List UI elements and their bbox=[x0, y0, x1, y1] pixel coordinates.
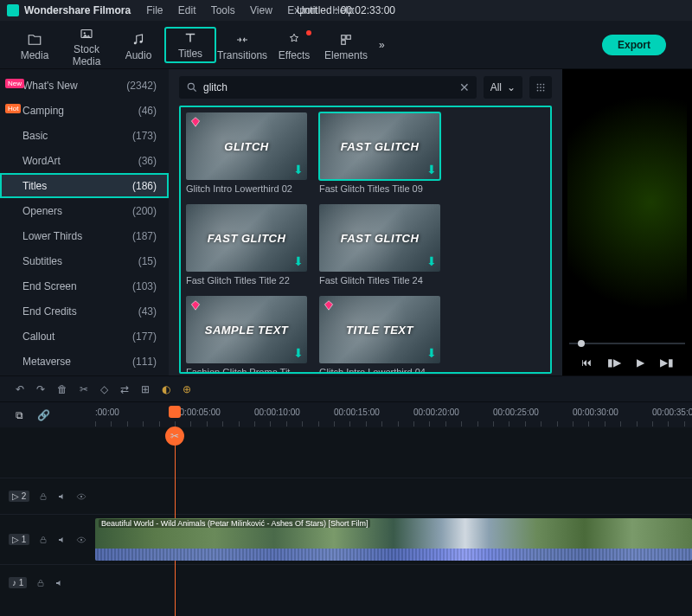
grid-view-icon[interactable] bbox=[529, 76, 552, 99]
delete-icon[interactable]: 🗑 bbox=[57, 383, 67, 395]
menu-file[interactable]: File bbox=[146, 4, 163, 16]
eye-icon[interactable] bbox=[76, 491, 86, 502]
sidebar-item-titles[interactable]: Titles(186) bbox=[0, 173, 169, 198]
title-thumbnail[interactable]: FAST GLITCH⬇ bbox=[186, 204, 307, 272]
sidebar-item-label: Camping bbox=[22, 105, 64, 117]
mute-icon[interactable] bbox=[57, 535, 67, 545]
mark-icon[interactable]: ⊕ bbox=[183, 383, 191, 395]
preview-seek-slider[interactable] bbox=[569, 339, 685, 348]
ruler-tick: 00:00:05:00 bbox=[175, 407, 221, 417]
undo-icon[interactable]: ↶ bbox=[16, 383, 24, 395]
sidebar-item-end-screen[interactable]: End Screen(103) bbox=[0, 273, 169, 298]
title-thumbnail[interactable]: SAMPLE TEXT⬇ bbox=[186, 296, 307, 363]
tab-titles-label: Titles bbox=[166, 48, 215, 60]
download-icon[interactable]: ⬇ bbox=[426, 163, 437, 176]
svg-point-11 bbox=[537, 87, 539, 88]
title-card[interactable]: FAST GLITCH⬇Fast Glitch Titles Title 09 bbox=[319, 112, 440, 194]
sidebar-item-count: (186) bbox=[132, 180, 157, 192]
speed-icon[interactable]: ⇄ bbox=[120, 383, 129, 395]
thumbnail-overlay-text: TITLE TEXT bbox=[346, 324, 413, 337]
title-thumbnail[interactable]: GLITCH⬇ bbox=[186, 112, 307, 180]
badge-hot: Hot bbox=[5, 104, 21, 113]
track-v1[interactable]: ▷ 1 Beautiful World - Wild Animals (Peta… bbox=[0, 514, 692, 564]
ruler-tick: 00:00:10:00 bbox=[254, 407, 300, 417]
play-icon[interactable]: ▶ bbox=[637, 356, 644, 369]
sidebar-item-lower-thirds[interactable]: Lower Thirds(187) bbox=[0, 223, 169, 248]
tab-effects[interactable]: Effects bbox=[268, 29, 320, 61]
sidebar-item-callout[interactable]: Callout(177) bbox=[0, 324, 169, 349]
color-icon[interactable]: ◐ bbox=[162, 383, 170, 395]
title-card[interactable]: TITLE TEXT⬇Glitch Intro Lowerthird 04 bbox=[319, 296, 440, 374]
menu-view[interactable]: View bbox=[250, 4, 272, 16]
sidebar-item-end-credits[interactable]: End Credits(43) bbox=[0, 298, 169, 324]
mute-icon[interactable] bbox=[54, 578, 65, 588]
download-icon[interactable]: ⬇ bbox=[293, 163, 304, 176]
step-back-icon[interactable]: ▮▶ bbox=[607, 356, 621, 369]
tab-elements[interactable]: Elements bbox=[320, 29, 372, 61]
marker-tool-icon[interactable]: ⧉ bbox=[16, 409, 23, 421]
sidebar-item-openers[interactable]: Openers(200) bbox=[0, 198, 169, 223]
preview-screen[interactable] bbox=[567, 74, 687, 330]
step-fwd-icon[interactable]: ▶▮ bbox=[660, 356, 674, 369]
svg-rect-21 bbox=[38, 582, 43, 586]
title-card[interactable]: GLITCH⬇Glitch Intro Lowerthird 02 bbox=[186, 112, 307, 194]
title-card[interactable]: SAMPLE TEXT⬇Fashion Glitch Promo Tit… bbox=[186, 296, 307, 374]
lock-icon[interactable] bbox=[35, 578, 46, 588]
download-icon[interactable]: ⬇ bbox=[293, 346, 304, 360]
menu-tools[interactable]: Tools bbox=[211, 4, 235, 16]
sidebar-item-subtitles[interactable]: Subtitles(15) bbox=[0, 248, 169, 273]
title-card[interactable]: FAST GLITCH⬇Fast Glitch Titles Title 24 bbox=[319, 204, 440, 286]
mute-icon[interactable] bbox=[57, 491, 67, 502]
title-thumbnail[interactable]: TITLE TEXT⬇ bbox=[319, 296, 440, 363]
preview-panel: ⏮ ▮▶ ▶ ▶▮ bbox=[562, 69, 692, 375]
timeline-ruler[interactable]: ⧉ 🔗 :00:0000:00:05:0000:00:10:0000:00:15… bbox=[0, 401, 692, 427]
more-tabs-icon[interactable]: » bbox=[379, 39, 385, 51]
main-toolbar: Media Stock Media Audio Titles Transitio… bbox=[0, 21, 692, 69]
track-v2[interactable]: ▷ 2 bbox=[0, 478, 692, 514]
link-tool-icon[interactable]: 🔗 bbox=[37, 409, 50, 421]
sidebar-item-camping[interactable]: HotCamping(46) bbox=[0, 98, 169, 123]
lock-icon[interactable] bbox=[38, 535, 48, 545]
clear-search-icon[interactable]: ✕ bbox=[459, 80, 470, 94]
playhead-icon[interactable] bbox=[169, 406, 181, 418]
svg-point-13 bbox=[543, 87, 545, 88]
sidebar-item-wordart[interactable]: WordArt(36) bbox=[0, 148, 169, 173]
title-card[interactable]: FAST GLITCH⬇Fast Glitch Titles Title 22 bbox=[186, 204, 307, 286]
svg-point-7 bbox=[188, 83, 194, 89]
eye-icon[interactable] bbox=[76, 535, 86, 545]
split-scissor-icon[interactable]: ✂ bbox=[165, 427, 184, 446]
tab-audio[interactable]: Audio bbox=[112, 29, 164, 61]
tab-stock-media[interactable]: Stock Media bbox=[61, 22, 112, 67]
title-thumbnail[interactable]: FAST GLITCH⬇ bbox=[319, 204, 440, 272]
filter-dropdown[interactable]: All ⌄ bbox=[484, 76, 522, 99]
sidebar-item-count: (200) bbox=[132, 205, 157, 217]
cut-icon[interactable]: ✂ bbox=[80, 383, 88, 395]
chevron-down-icon: ⌄ bbox=[507, 81, 516, 93]
sidebar-item-basic[interactable]: Basic(173) bbox=[0, 123, 169, 148]
download-icon[interactable]: ⬇ bbox=[426, 346, 437, 360]
crop-icon[interactable]: ◇ bbox=[100, 383, 108, 395]
adjust-icon[interactable]: ⊞ bbox=[141, 383, 150, 395]
lock-icon[interactable] bbox=[38, 491, 48, 502]
download-icon[interactable]: ⬇ bbox=[426, 254, 437, 268]
sidebar-item-count: (173) bbox=[132, 130, 157, 142]
tab-media[interactable]: Media bbox=[9, 29, 61, 61]
sidebar-item-label: Basic bbox=[22, 130, 48, 142]
redo-icon[interactable]: ↷ bbox=[36, 383, 45, 395]
clip-title: Beautiful World - Wild Animals (Petar Mi… bbox=[99, 519, 370, 528]
track-a1[interactable]: ♪ 1 bbox=[0, 564, 692, 600]
search-input[interactable] bbox=[203, 81, 459, 93]
download-icon[interactable]: ⬇ bbox=[293, 254, 304, 268]
title-thumbnail[interactable]: FAST GLITCH⬇ bbox=[319, 112, 440, 180]
tab-titles[interactable]: Titles bbox=[164, 27, 216, 63]
prev-frame-icon[interactable]: ⏮ bbox=[581, 356, 592, 369]
tab-transitions[interactable]: Transitions bbox=[216, 29, 268, 61]
video-clip[interactable]: Beautiful World - Wild Animals (Petar Mi… bbox=[95, 518, 692, 561]
sidebar-item-metaverse[interactable]: Metaverse(111) bbox=[0, 349, 169, 374]
menu-edit[interactable]: Edit bbox=[178, 4, 196, 16]
title-card-label: Fashion Glitch Promo Tit… bbox=[186, 367, 307, 374]
sidebar-item-what-s-new[interactable]: NewWhat's New(2342) bbox=[0, 73, 169, 98]
svg-rect-5 bbox=[347, 35, 351, 39]
export-button[interactable]: Export bbox=[602, 35, 666, 55]
search-box[interactable]: ✕ bbox=[179, 76, 477, 99]
